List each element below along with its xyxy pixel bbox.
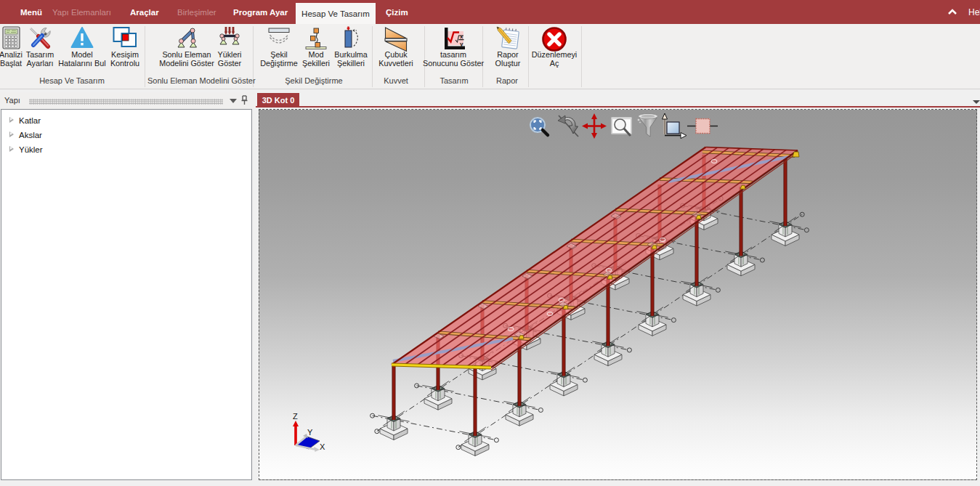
svg-text:y: y bbox=[460, 41, 463, 47]
svg-text:Z: Z bbox=[293, 412, 298, 421]
svg-text:X: X bbox=[320, 442, 325, 451]
svg-text:Y: Y bbox=[307, 428, 313, 437]
svg-text:x: x bbox=[460, 33, 463, 40]
